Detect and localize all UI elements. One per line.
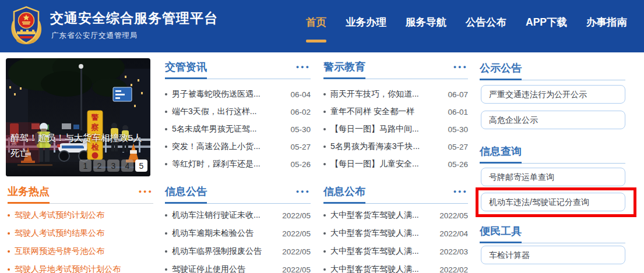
section-title: 业务热点 [8, 185, 153, 198]
nav-item-business[interactable]: 业务办理 [346, 16, 386, 28]
bullet-icon [8, 268, 10, 271]
list-item[interactable]: 端午3天假，出行这样...06-02 [165, 106, 311, 118]
section-traffic-news: 交管资讯 ●●● 男子被毒蛇咬伤送医遇...06-04 端午3天假，出行这样..… [165, 61, 311, 180]
list-item[interactable]: 机动车逾期未检验公告2022/05 [165, 228, 311, 239]
section-title: 交管资讯 [165, 61, 311, 73]
app-header: 交通安全综合服务管理平台 广东省公安厅交通管理局 首页 业务办理 服务导航 公告… [0, 0, 644, 52]
list-item[interactable]: 童年不同样 安全都一样06-01 [323, 106, 468, 118]
section-warning-education: 警示教育 ●●● 雨天开车技巧，你知道...06-07 童年不同样 安全都一样0… [323, 61, 468, 180]
list-item[interactable]: 大中型客货车驾驶人满...2022/02 [323, 264, 468, 273]
carousel-page-3[interactable]: 3 [107, 159, 119, 172]
section-title: 公示公告 [480, 62, 625, 75]
button-plate-mail-tracking[interactable]: 号牌邮寄运单查询 [481, 168, 625, 186]
bullet-icon [323, 111, 326, 113]
nav-item-handbook[interactable]: 办事指南 [586, 16, 627, 28]
news-carousel[interactable]: 家具 [6, 58, 150, 176]
carousel-page-1[interactable]: 1 [79, 159, 92, 172]
list-item[interactable]: 驾驶证停止使用公告2022/05 [165, 264, 311, 273]
list-item[interactable]: 驾驶人异地考试预约计划公布 [8, 264, 153, 273]
section-divider [480, 163, 625, 164]
bullet-icon [323, 268, 326, 271]
section-divider [8, 203, 153, 204]
list-item[interactable]: 等红灯时，踩刹车还是...05-26 [165, 158, 311, 170]
list-item[interactable]: 驾驶人考试预约计划公布 [8, 210, 153, 221]
more-icon[interactable]: ●●● [296, 64, 311, 70]
page-subtitle: 广东省公安厅交通管理局 [51, 31, 138, 41]
sidebar-section-info-query: 信息查询 [480, 145, 625, 158]
nav-item-home[interactable]: 首页 [306, 16, 326, 28]
more-icon[interactable]: ●●● [453, 189, 468, 194]
bullet-icon [165, 146, 167, 148]
traffic-portal-page: 交通安全综合服务管理平台 广东省公安厅交通管理局 首页 业务办理 服务导航 公告… [0, 0, 644, 273]
main-nav: 首页 业务办理 服务导航 公告公布 APP下载 办事指南 [306, 16, 627, 28]
bullet-icon [323, 163, 326, 165]
section-divider [165, 203, 311, 204]
section-title: 信息公布 [323, 185, 468, 198]
section-title: 便民工具 [480, 225, 625, 237]
list-item[interactable]: 大中型客货车驾驶人满...2022/04 [323, 228, 468, 239]
button-high-risk-enterprise[interactable]: 高危企业公示 [481, 111, 625, 129]
bullet-icon [165, 232, 167, 235]
section-info-publication: 信息公布 ●●● 大中型客货车驾驶人满...2022/05 大中型客货车驾驶人满… [323, 185, 468, 273]
button-vehicle-inspection-calculator[interactable]: 车检计算器 [481, 246, 625, 264]
list-item[interactable]: 突发！高速公路上小货...05-27 [165, 141, 311, 153]
nav-item-announcements[interactable]: 公告公布 [466, 16, 506, 28]
list-item[interactable]: 5名未成年男孩无证驾...05-30 [165, 123, 311, 135]
list-item[interactable]: 【每日一图】儿童安全...05-26 [323, 158, 468, 170]
police-badge-logo [8, 5, 44, 48]
list-item[interactable]: 机动车注销行驶证未收...2022/05 [165, 210, 311, 221]
more-icon[interactable]: ●●● [453, 64, 468, 70]
list-item[interactable]: 机动车临界强制报废公告2022/05 [165, 246, 311, 257]
list-item[interactable]: 大中型客货车驾驶人满...2022/03 [323, 246, 468, 257]
list-item[interactable]: 【每日一图】马路中间...05-30 [323, 123, 468, 135]
nav-item-app-download[interactable]: APP下载 [526, 16, 567, 28]
bullet-icon [323, 232, 326, 235]
bullet-icon [165, 163, 167, 165]
section-title: 信息公告 [165, 185, 311, 198]
list-item[interactable]: 驾驶人考试预约结果公布 [8, 228, 153, 239]
carousel-caption[interactable]: 醉驾！超员！与大货车相撞致5人死亡 [10, 130, 148, 161]
carousel-page-5[interactable]: 5 [135, 159, 147, 172]
bullet-icon [8, 232, 10, 235]
list-item[interactable]: 5名男孩为看海凑3千块...05-27 [323, 141, 468, 153]
bullet-icon [165, 128, 167, 130]
carousel-pager: 1 2 3 4 5 [79, 159, 147, 172]
more-icon[interactable]: ●●● [296, 189, 311, 194]
section-divider [165, 79, 311, 79]
bullet-icon [8, 250, 10, 253]
carousel-page-4[interactable]: 4 [121, 159, 133, 172]
bullet-icon [165, 250, 167, 253]
bullet-icon [8, 214, 10, 217]
bullet-icon [323, 128, 326, 130]
section-divider [323, 203, 468, 204]
bullet-icon [323, 250, 326, 253]
bullet-icon [323, 146, 326, 148]
nav-item-service-guide[interactable]: 服务导航 [406, 16, 446, 28]
button-violation-points-query[interactable]: 机动车违法/驾驶证记分查询 [481, 193, 625, 211]
bullet-icon [323, 93, 326, 95]
section-divider [480, 243, 625, 243]
more-icon[interactable]: ●●● [139, 189, 153, 194]
list-item[interactable]: 大中型客货车驾驶人满...2022/05 [323, 210, 468, 221]
section-hot-business: 业务热点 ●●● 驾驶人考试预约计划公布 驾驶人考试预约结果公布 互联网预选号牌… [8, 185, 153, 273]
bullet-icon [165, 93, 167, 95]
bullet-icon [323, 214, 326, 217]
page-title: 交通安全综合服务管理平台 [50, 9, 218, 27]
bullet-icon [165, 214, 167, 217]
sidebar-section-tools: 便民工具 [480, 225, 625, 237]
photo-banner-char-1: 警 [91, 113, 99, 122]
list-item[interactable]: 男子被毒蛇咬伤送医遇...06-04 [165, 88, 311, 100]
section-info-notice: 信息公告 ●●● 机动车注销行驶证未收...2022/05 机动车逾期未检验公告… [165, 185, 311, 273]
section-divider [480, 80, 625, 80]
bullet-icon [165, 111, 167, 113]
button-serious-violation-publicity[interactable]: 严重交通违法行为公开公示 [481, 85, 625, 104]
section-title: 警示教育 [323, 61, 468, 73]
carousel-page-2[interactable]: 2 [93, 159, 105, 172]
sidebar-section-public-notice: 公示公告 [480, 62, 625, 75]
section-divider [323, 79, 468, 79]
list-item[interactable]: 雨天开车技巧，你知道...06-07 [323, 88, 468, 100]
bullet-icon [165, 268, 167, 271]
section-title: 信息查询 [480, 145, 625, 158]
list-item[interactable]: 互联网预选号牌号池公布 [8, 246, 153, 257]
